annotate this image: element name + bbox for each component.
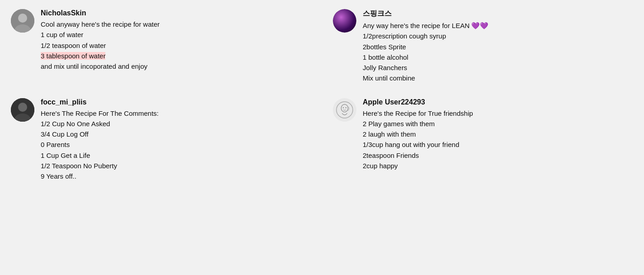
comment-body-nicholas: NicholasSkin Cool anyway here's the reci… — [41, 9, 311, 71]
avatar-sphinx-image — [333, 9, 356, 33]
comment-apple: Apple User224293 Here's the Recipe for T… — [333, 98, 633, 182]
username-sphinx: 스핑크스 — [363, 9, 633, 19]
comment-body-sphinx: 스핑크스 Any way here's the recipe for LEAN … — [363, 9, 633, 84]
avatar-focc — [11, 98, 34, 122]
comment-text-nicholas: Cool anyway here's the recipe for water … — [41, 19, 311, 71]
comment-sphinx: 스핑크스 Any way here's the recipe for LEAN … — [333, 9, 633, 84]
highlighted-text: 3 tablespoon of water — [41, 52, 105, 60]
comment-nicholas: NicholasSkin Cool anyway here's the reci… — [11, 9, 311, 84]
purple-hearts: 💜💜 — [471, 22, 488, 29]
comment-text-sphinx: Any way here's the recipe for LEAN 💜💜 1/… — [363, 20, 633, 84]
avatar-sphinx — [333, 9, 356, 33]
comments-container: NicholasSkin Cool anyway here's the reci… — [11, 9, 633, 181]
svg-point-3 — [346, 107, 346, 108]
username-apple: Apple User224293 — [363, 98, 633, 106]
comment-text-focc: Here's The Recipe For The Comments: 1/2 … — [41, 108, 311, 182]
comment-body-apple: Apple User224293 Here's the Recipe for T… — [363, 98, 633, 171]
avatar-apple-image — [333, 98, 356, 122]
svg-point-2 — [343, 107, 344, 108]
username-focc: focc_mi_pliis — [41, 98, 311, 106]
avatar-apple — [333, 98, 356, 122]
comment-body-focc: focc_mi_pliis Here's The Recipe For The … — [41, 98, 311, 182]
username-nicholas: NicholasSkin — [41, 9, 311, 17]
apple-user-icon — [336, 101, 353, 119]
avatar-nicholas — [11, 9, 34, 33]
comment-text-apple: Here's the Recipe for True friendship 2 … — [363, 108, 633, 171]
comment-focc: focc_mi_pliis Here's The Recipe For The … — [11, 98, 311, 182]
